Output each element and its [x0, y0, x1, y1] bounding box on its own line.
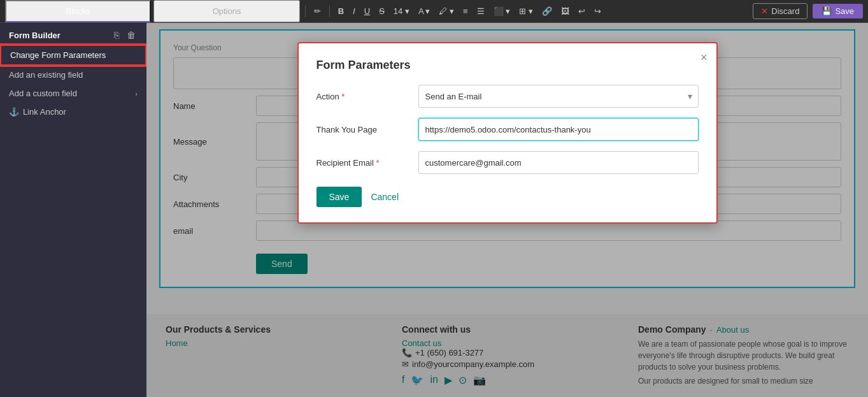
- modal-cancel-button[interactable]: Cancel: [371, 192, 399, 202]
- recipient-email-label: Recipient Email *: [317, 158, 418, 168]
- link-btn[interactable]: 🔗: [539, 5, 555, 17]
- main-layout: Form Builder ⎘ 🗑 Change Form Parameters …: [0, 23, 868, 397]
- modal-close-button[interactable]: ×: [701, 51, 708, 64]
- unordered-list-btn[interactable]: ≡: [460, 5, 471, 17]
- x-icon: ✕: [761, 6, 768, 16]
- save-icon: 💾: [822, 6, 832, 16]
- align-btn[interactable]: ⬛ ▾: [490, 5, 514, 17]
- delete-icon[interactable]: 🗑: [125, 29, 138, 41]
- action-select[interactable]: Send an E-mail Send to Database Nothing: [418, 85, 699, 108]
- chevron-right-icon: ›: [135, 90, 138, 97]
- font-size-btn[interactable]: 14 ▾: [390, 5, 413, 17]
- font-color-btn[interactable]: A ▾: [415, 5, 434, 17]
- separator-1: [305, 6, 306, 17]
- pencil-icon[interactable]: ✏: [311, 5, 324, 17]
- bold-btn[interactable]: B: [335, 5, 347, 17]
- modal-overlay: Form Parameters × Action * Send an E-mai…: [146, 23, 868, 397]
- modal-title: Form Parameters: [317, 59, 699, 72]
- underline-btn[interactable]: U: [361, 5, 373, 17]
- modal-save-button[interactable]: Save: [317, 187, 362, 207]
- ordered-list-btn[interactable]: ☰: [474, 5, 488, 17]
- action-label: Action *: [317, 92, 418, 101]
- highlight-btn[interactable]: 🖊 ▾: [436, 5, 457, 17]
- sidebar-item-change-form-params[interactable]: Change Form Parameters: [0, 45, 146, 66]
- thank-you-field-row: Thank You Page: [317, 118, 699, 141]
- recipient-email-field-row: Recipient Email *: [317, 151, 699, 174]
- sidebar: Form Builder ⎘ 🗑 Change Form Parameters …: [0, 23, 146, 397]
- thank-you-label: Thank You Page: [317, 125, 418, 134]
- undo-btn[interactable]: ↩: [575, 5, 588, 17]
- form-parameters-modal: Form Parameters × Action * Send an E-mai…: [297, 42, 718, 224]
- thank-you-input[interactable]: [418, 118, 699, 141]
- italic-btn[interactable]: I: [350, 5, 359, 17]
- action-field-row: Action * Send an E-mail Send to Database…: [317, 85, 699, 108]
- sidebar-item-add-custom-field[interactable]: Add a custom field ›: [0, 84, 146, 103]
- blocks-tab[interactable]: Blocks: [5, 0, 151, 22]
- recipient-email-input[interactable]: [418, 151, 699, 174]
- copy-icon[interactable]: ⎘: [112, 29, 121, 41]
- action-select-wrapper: Send an E-mail Send to Database Nothing …: [418, 85, 699, 108]
- modal-actions: Save Cancel: [317, 187, 699, 207]
- sidebar-icons: ⎘ 🗑: [112, 29, 138, 41]
- sidebar-item-add-existing-field[interactable]: Add an existing field: [0, 66, 146, 84]
- save-top-button[interactable]: 💾 Save: [813, 4, 863, 18]
- table-btn[interactable]: ⊞ ▾: [516, 5, 536, 17]
- redo-btn[interactable]: ↪: [591, 5, 604, 17]
- separator-2: [329, 6, 330, 17]
- strikethrough-btn[interactable]: S: [376, 5, 388, 17]
- image-btn[interactable]: 🖼: [558, 5, 573, 17]
- sidebar-title: Form Builder ⎘ 🗑: [0, 23, 146, 45]
- content-area: Your Question Name Message City Attachme…: [146, 23, 868, 397]
- discard-button[interactable]: ✕ Discard: [753, 3, 808, 19]
- options-tab[interactable]: Options: [153, 0, 299, 22]
- top-toolbar: Blocks Options ✏ B I U S 14 ▾ A ▾ 🖊 ▾ ≡ …: [0, 0, 868, 23]
- anchor-icon: ⚓: [9, 107, 19, 117]
- sidebar-item-link-anchor[interactable]: ⚓ Link Anchor: [0, 103, 146, 121]
